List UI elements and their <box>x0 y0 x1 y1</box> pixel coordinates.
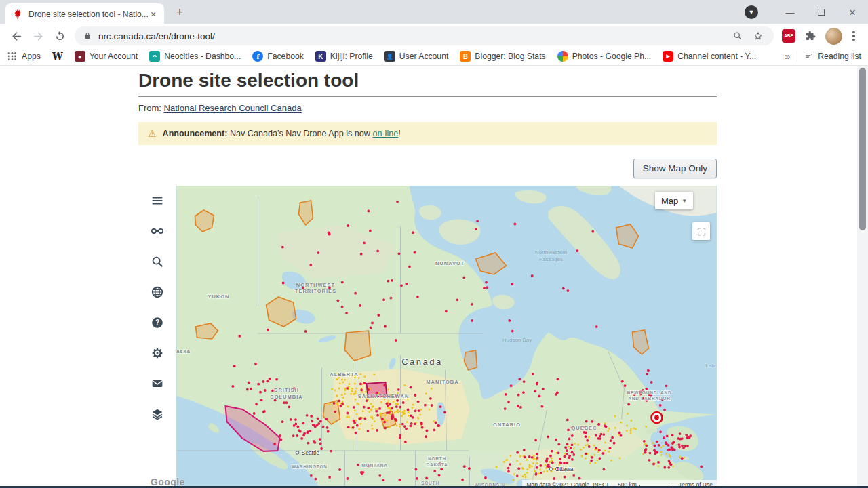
settings-button[interactable] <box>149 345 165 361</box>
map-label-country: Canada <box>401 357 443 367</box>
map-label-region-small: MONTANA <box>361 463 387 468</box>
youtube-icon: ▶ <box>663 51 673 62</box>
bookmark-label: User Account <box>399 52 448 61</box>
page-scrollbar[interactable] <box>857 66 868 488</box>
map-label-region: NORTHWEST <box>296 282 335 288</box>
bookmark-wikipedia[interactable]: W <box>52 51 63 62</box>
bookmark-user-account[interactable]: 👤User Account <box>384 51 448 62</box>
map-label-region: ONTARIO <box>493 422 521 428</box>
globe-button[interactable] <box>149 284 165 300</box>
menu-button[interactable] <box>149 192 165 209</box>
scale-control: 500 km <box>618 481 669 486</box>
fullscreen-button[interactable] <box>692 222 710 240</box>
map-label-region-small: DAKOTA <box>426 462 448 467</box>
extensions-puzzle-icon[interactable] <box>802 28 818 44</box>
media-controls-icon[interactable]: ▼ <box>745 5 758 19</box>
announcement-banner: ⚠ Announcement: Nav Canada’s Nav Drone A… <box>138 122 717 145</box>
map-type-button[interactable]: Map▼ <box>655 192 693 209</box>
map-canvas[interactable]: NUNAVUTNorthwesternPassagesNORTHWESTTERR… <box>176 186 717 486</box>
map-label-region: TERRITORIES <box>295 288 336 294</box>
map-label-region-small: NEWFOUNDLAND <box>627 390 672 395</box>
map-label-water: Northwestern <box>535 249 568 256</box>
map-attribution: Map data ©2021 Google, INEGI 500 km Term… <box>522 480 717 486</box>
bookmarks-overflow-icon[interactable]: » <box>785 51 791 62</box>
map-label-region-small: NORTH <box>428 456 446 461</box>
svg-text:?: ? <box>155 319 159 326</box>
bookmarks-bar: AppsW●Your AccountᴖNeocities - Dashbo...… <box>0 47 868 66</box>
bookmark-apps[interactable]: Apps <box>7 51 41 62</box>
wikipedia-icon: W <box>52 51 63 62</box>
map-label-city: Seattle <box>302 449 320 456</box>
warning-icon: ⚠ <box>148 128 157 139</box>
layers-icon <box>150 407 165 422</box>
divider <box>797 51 797 62</box>
tab-close-icon[interactable]: ✕ <box>148 9 159 20</box>
layers-button[interactable] <box>149 406 165 422</box>
chevron-down-icon: ▼ <box>682 198 687 204</box>
search-button[interactable] <box>149 253 165 270</box>
city-dot <box>549 468 552 470</box>
forward-icon[interactable] <box>28 26 47 45</box>
menu-icon <box>150 193 165 208</box>
map-data-text: Map data ©2021 Google, INEGI <box>526 481 608 486</box>
bookmark-neocities-dashbo[interactable]: ᴖNeocities - Dashbo... <box>149 51 241 62</box>
new-tab-button[interactable]: + <box>172 5 187 20</box>
map-label-region: COLUMBIA <box>270 394 302 400</box>
bookmark-blogger-blog-stats[interactable]: BBlogger: Blog Stats <box>460 51 545 62</box>
minimize-button[interactable]: — <box>774 0 806 24</box>
kijiji-icon: K <box>315 51 326 62</box>
drone-button[interactable] <box>149 223 165 239</box>
map-label-region: MANITOBA <box>426 379 458 385</box>
browser-tab[interactable]: Drone site selection tool - Natio... ✕ <box>5 3 164 24</box>
mail-button[interactable] <box>149 375 165 392</box>
back-icon[interactable] <box>7 26 26 45</box>
bookmark-photos-google-ph[interactable]: Photos - Google Ph... <box>557 51 652 62</box>
bookmark-kijiji-profile[interactable]: KKijiji: Profile <box>315 51 373 62</box>
globe-icon <box>150 285 165 300</box>
canada-map[interactable]: NUNAVUTNorthwesternPassagesNORTHWESTTERR… <box>176 186 717 486</box>
bookmark-your-account[interactable]: ●Your Account <box>75 51 138 62</box>
tab-title: Drone site selection tool - Natio... <box>28 9 148 19</box>
page-title: Drone site selection tool <box>138 70 717 97</box>
map-side-toolbar: ? <box>138 186 176 486</box>
bookmark-channel-content-y[interactable]: ▶Channel content - Y... <box>663 51 756 62</box>
lock-icon[interactable] <box>83 31 92 41</box>
chrome-menu-icon[interactable] <box>848 28 860 44</box>
map-label-region: SASKATCHEWAN <box>358 393 410 399</box>
terms-of-use-link[interactable]: Terms of Use <box>679 481 713 486</box>
map-label-water: Labra <box>705 363 717 369</box>
tab-strip: Drone site selection tool - Natio... ✕ +… <box>0 0 868 24</box>
map-label-region-small: AND LABRADOR <box>628 396 671 401</box>
address-bar[interactable]: nrc.canada.ca/en/drone-tool/ <box>75 26 774 45</box>
google-logo[interactable]: Google <box>151 476 185 486</box>
map-label-water: Passages <box>539 256 563 262</box>
reading-list-button[interactable]: Reading list <box>804 52 861 61</box>
nrc-link[interactable]: National Research Council Canada <box>164 103 302 113</box>
scrollbar-thumb[interactable] <box>859 68 866 230</box>
map-widget: ? <box>138 186 717 486</box>
search-lens-icon[interactable] <box>730 28 745 43</box>
reload-icon[interactable] <box>50 26 69 45</box>
map-label-region: BRITISH <box>274 387 299 393</box>
map-label-region-small: SOUTH <box>421 481 439 485</box>
bookmark-label: Blogger: Blog Stats <box>475 52 545 61</box>
adblock-extension-icon[interactable]: ABP <box>782 29 795 43</box>
maple-leaf-favicon-icon <box>12 9 23 20</box>
bookmark-label: Photos - Google Ph... <box>572 52 652 61</box>
close-window-button[interactable]: ✕ <box>837 0 868 24</box>
help-icon: ? <box>150 315 165 330</box>
profile-avatar[interactable] <box>825 28 842 45</box>
maximize-button[interactable] <box>806 0 837 24</box>
account-icon: ● <box>75 51 85 62</box>
map-label-region: NUNAVUT <box>435 260 465 266</box>
bookmark-star-icon[interactable] <box>751 28 766 43</box>
online-link[interactable]: on-line <box>372 129 398 138</box>
map-label-region: aska <box>176 348 191 354</box>
bookmark-facebook[interactable]: fFacebook <box>252 51 304 62</box>
bookmark-label: Facebook <box>267 52 304 61</box>
show-map-only-button[interactable]: Show Map Only <box>633 159 717 178</box>
map-markers[interactable] <box>652 412 663 423</box>
help-button[interactable]: ? <box>149 314 165 331</box>
city-dot <box>296 451 298 454</box>
google-photos-icon <box>557 51 568 62</box>
